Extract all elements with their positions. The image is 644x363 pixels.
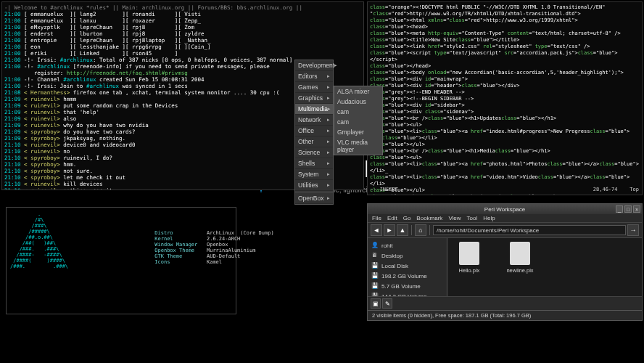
context-submenu-multimedia: ALSA mixerAudaciouscamcamGmplayerVLC med… xyxy=(334,86,383,155)
submenu-cam[interactable]: cam xyxy=(334,117,382,127)
menu-system[interactable]: System▸ xyxy=(295,169,333,180)
sidebar-local-disk[interactable]: 💾Local Disk xyxy=(370,261,445,271)
go-button[interactable]: → xyxy=(627,224,639,236)
fm-menu-edit[interactable]: Edit xyxy=(387,215,397,221)
terminal-icon[interactable]: ▣ xyxy=(371,298,381,309)
sidebar-5-7-gb-volume[interactable]: 💾5.7 GB Volume xyxy=(370,281,445,291)
fm-menu-bookmark[interactable]: Bookmark xyxy=(416,215,442,221)
sidebar-rohit[interactable]: 👤rohit xyxy=(370,240,445,250)
sidebar-198-2-gb-volume[interactable]: 💾198.2 GB Volume xyxy=(370,271,445,281)
vim-terminal[interactable]: class="orange"><!DOCTYPE html PUBLIC "-/… xyxy=(367,1,643,195)
sidebar-144-3-gb-volume[interactable]: 💾144.3 GB Volume xyxy=(370,291,445,296)
home-button[interactable]: ⌂ xyxy=(415,224,426,236)
up-button[interactable]: ▲ xyxy=(397,224,408,236)
fm-menu-view[interactable]: View xyxy=(448,215,461,221)
menu-games[interactable]: Games▸ xyxy=(295,82,333,93)
fm-sidebar: 👤rohit🖥Desktop💾Local Disk💾198.2 GB Volum… xyxy=(368,238,447,296)
fm-toolbar: ◄ ► ▲ ⌂ → xyxy=(368,223,642,238)
submenu-cam[interactable]: cam xyxy=(334,107,382,117)
fm-menu-go[interactable]: Go xyxy=(403,215,411,221)
sidebar-desktop[interactable]: 🖥Desktop xyxy=(370,250,445,261)
submenu-audacious[interactable]: Audacious xyxy=(334,97,382,107)
menu-openbox[interactable]: OpenBox▸ xyxy=(295,193,333,204)
menu-office[interactable]: Office▸ xyxy=(295,126,333,136)
editor-icon[interactable]: ✎ xyxy=(382,298,392,309)
fm-menu-tool[interactable]: Tool xyxy=(467,215,478,221)
maximize-button[interactable]: □ xyxy=(624,205,632,213)
fm-menu-file[interactable]: File xyxy=(372,215,381,221)
fm-statusbar: 2 visible items (0 hidden), Free space: … xyxy=(368,310,642,320)
file-Hello-plx[interactable]: Hello.plx xyxy=(451,242,487,274)
vim-mode: -- INSERT -- xyxy=(371,187,408,193)
menu-utilities[interactable]: Utilities▸ xyxy=(295,180,333,191)
file-newline-plx[interactable]: newline.plx xyxy=(502,242,538,274)
menu-graphics[interactable]: Graphics▸ xyxy=(295,93,333,104)
file-manager-window: Perl Workspace _ □ × FileEditGoBookmarkV… xyxy=(367,203,643,321)
fm-title-text: Perl Workspace xyxy=(484,206,525,213)
address-bar[interactable] xyxy=(433,225,626,235)
menu-other[interactable]: Other▸ xyxy=(295,136,333,147)
submenu-vlc-media-player[interactable]: VLC media player xyxy=(334,137,382,155)
menu-editors[interactable]: Editors▸ xyxy=(295,71,333,82)
menu-shells[interactable]: Shells▸ xyxy=(295,158,333,169)
context-menu: Development▸Editors▸Games▸Graphics▸Multi… xyxy=(294,60,334,205)
close-button[interactable]: × xyxy=(633,205,640,213)
menu-development[interactable]: Development▸ xyxy=(295,60,333,71)
submenu-alsa-mixer[interactable]: ALSA mixer xyxy=(334,86,382,97)
back-button[interactable]: ◄ xyxy=(371,224,382,236)
minimize-button[interactable]: _ xyxy=(616,205,623,213)
fm-menubar: FileEditGoBookmarkViewToolHelp xyxy=(368,214,642,223)
fm-content[interactable]: Hello.plxnewline.plx xyxy=(447,238,642,296)
fm-titlebar[interactable]: Perl Workspace _ □ × xyxy=(368,204,642,214)
forward-button[interactable]: ► xyxy=(384,224,395,236)
menu-science[interactable]: Science▸ xyxy=(295,147,333,158)
sysinfo-terminal[interactable]: . /#\ /###\ /#####\ /##.o.##\ /##( )##\ … xyxy=(6,207,236,314)
fm-bottom-toolbar: ▣ ✎ xyxy=(368,296,642,310)
menu-multimedia[interactable]: Multimedia▸ xyxy=(295,104,333,115)
menu-network[interactable]: Network▸ xyxy=(295,115,333,126)
submenu-gmplayer[interactable]: Gmplayer xyxy=(334,127,382,137)
fm-menu-help[interactable]: Help xyxy=(483,215,495,221)
